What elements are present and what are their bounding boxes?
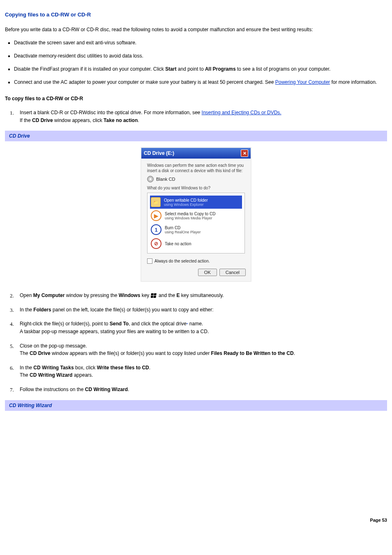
procedure-heading: To copy files to a CD-RW or CD-R (5, 95, 387, 102)
checkbox-label: Always do the selected action. (154, 259, 210, 263)
ok-button[interactable]: OK (198, 269, 217, 276)
step-item: 7. Follow the instructions on the CD Wri… (5, 386, 387, 394)
cd-drive-dialog: CD Drive (E:) ✕ Windows can perform the … (141, 147, 251, 282)
option-media-player[interactable]: ▶ Select media to Copy to CD using Windo… (150, 209, 242, 223)
step-item: 5. Close on the pop-up message. The CD D… (5, 342, 387, 357)
option-no-action[interactable]: ⊘ Take no action (150, 237, 242, 251)
insert-eject-link[interactable]: Inserting and Ejecting CDs or DVDs. (202, 110, 281, 115)
step-item: 2. Open My Computer window by pressing t… (5, 292, 387, 299)
cd-icon (147, 176, 154, 182)
powering-computer-link[interactable]: Powering Your Computer (275, 79, 330, 85)
always-do-checkbox-row[interactable]: Always do the selected action. (141, 258, 251, 266)
cd-drive-dialog-figure: CD Drive (E:) ✕ Windows can perform the … (5, 147, 387, 282)
windows-key-icon (151, 293, 157, 299)
options-listbox[interactable]: 📁 Open writable CD folder using Windows … (147, 193, 245, 253)
svg-rect-2 (151, 296, 153, 298)
list-item: Deactivate memory-resident disc utilitie… (14, 52, 387, 60)
step-item: 3. In the Folders panel on the left, loc… (5, 306, 387, 314)
steps-list-continued: 2. Open My Computer window by pressing t… (5, 292, 387, 393)
svg-rect-0 (151, 293, 154, 295)
step-number: 6. (10, 364, 14, 372)
page-number: Page 53 (5, 518, 387, 523)
svg-rect-3 (153, 296, 156, 298)
figure-caption-cd-drive: CD Drive (5, 131, 387, 141)
notes-list: Deactivate the screen saver and exit ant… (14, 39, 387, 86)
step-item: 1. Insert a blank CD-R or CD-RWdisc into… (5, 109, 387, 124)
dialog-message: Windows can perform the same action each… (147, 163, 245, 173)
list-item: Connect and use the AC adapter to power … (14, 78, 387, 86)
figure-caption-cd-writing-wizard: CD Writing Wizard (5, 400, 387, 411)
svg-rect-1 (154, 293, 157, 295)
intro-paragraph: Before you write data to a CD-RW or CD-R… (5, 26, 387, 33)
folder-icon: 📁 (151, 197, 161, 207)
step-number: 4. (10, 320, 14, 328)
step-number: 1. (10, 109, 14, 117)
dialog-question: What do you want Windows to do? (147, 186, 245, 190)
option-open-folder[interactable]: 📁 Open writable CD folder using Windows … (150, 196, 242, 209)
media-type-label: Blank CD (156, 177, 175, 182)
page-title: Copying files to a CD-RW or CD-R (5, 12, 387, 18)
checkbox-icon[interactable] (147, 258, 152, 264)
step-number: 2. (10, 292, 14, 300)
step-item: 4. Right-click the file(s) or folder(s),… (5, 320, 387, 335)
step-number: 3. (10, 306, 14, 314)
step-item: 6. In the CD Writing Tasks box, click Wr… (5, 364, 387, 379)
list-item: Disable the FindFast program if it is in… (14, 65, 387, 73)
cancel-button[interactable]: Cancel (219, 269, 246, 276)
no-action-icon: ⊘ (149, 236, 164, 251)
step-number: 7. (10, 386, 14, 394)
close-icon[interactable]: ✕ (241, 150, 248, 157)
dialog-title: CD Drive (E:) (144, 150, 174, 156)
steps-list: 1. Insert a blank CD-R or CD-RWdisc into… (5, 109, 387, 124)
step-number: 5. (10, 342, 14, 350)
option-realone[interactable]: 1 Burn CD using RealOne Player (150, 223, 242, 237)
realone-icon: 1 (151, 224, 161, 235)
media-player-icon: ▶ (151, 210, 161, 221)
list-item: Deactivate the screen saver and exit ant… (14, 39, 387, 46)
